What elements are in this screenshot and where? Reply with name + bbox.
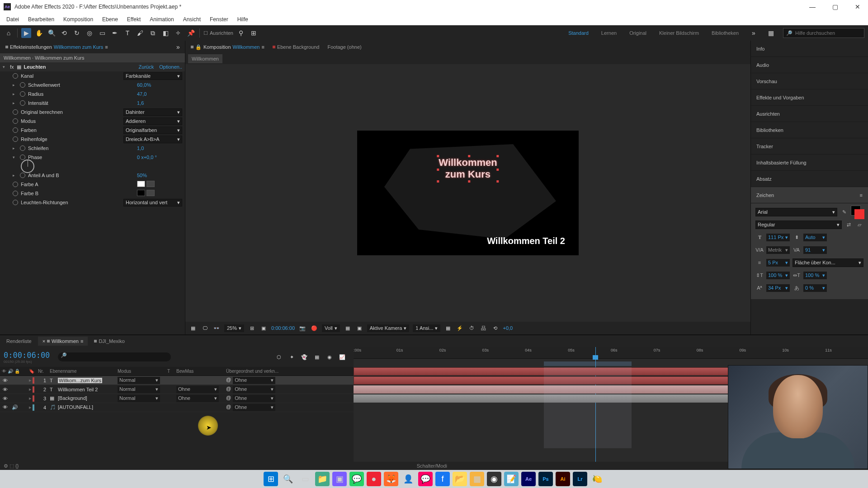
menu-animation[interactable]: Animation xyxy=(145,14,178,25)
alpha-icon[interactable]: ▦ xyxy=(189,324,197,332)
shy-icon[interactable]: 👻 xyxy=(300,353,308,361)
render-queue-tab[interactable]: Renderliste xyxy=(2,337,36,346)
taskbar-app-icon[interactable]: ▦ xyxy=(470,472,484,486)
pixel-aspect-icon[interactable]: ▦ xyxy=(444,324,452,332)
workspace-grid-icon[interactable]: ▦ xyxy=(766,28,776,38)
stopwatch-icon[interactable] xyxy=(13,200,18,205)
layer-row[interactable]: 👁▸1TWillkom...zum KursNormal▾@Ohne▾ xyxy=(0,376,354,385)
comp-mini-flowchart-icon[interactable]: ⬡ xyxy=(275,353,283,361)
frame-blend-icon[interactable]: ▦ xyxy=(313,353,321,361)
panel-ausrichten[interactable]: Ausrichten xyxy=(751,106,868,122)
twirl-icon[interactable]: ▸ xyxy=(29,377,32,384)
orbit-tool[interactable]: ⟲ xyxy=(59,28,69,38)
roto-tool[interactable]: ✧ xyxy=(173,28,183,38)
switches-modes-toggle[interactable]: Schalter/Modi xyxy=(417,463,447,469)
workspace-kleiner[interactable]: Kleiner Bildschirm xyxy=(656,30,702,36)
workspace-lernen[interactable]: Lernen xyxy=(599,30,619,36)
taskbar-ae-icon[interactable]: Ae xyxy=(521,472,536,486)
fx-toggle-icon[interactable]: fx xyxy=(10,64,14,70)
selection-tool[interactable]: ▶ xyxy=(21,28,31,38)
close-button[interactable]: ✕ xyxy=(851,0,864,14)
taskbar-ps-icon[interactable]: Ps xyxy=(538,472,553,486)
align-checkbox[interactable]: ☐Ausrichten xyxy=(203,30,233,36)
viewer-timecode[interactable]: 0:00:06:00 xyxy=(271,325,295,331)
prop-farben-dropdown[interactable]: Originalfarben▾ xyxy=(123,127,182,134)
leading-value[interactable]: Auto▾ xyxy=(803,234,827,241)
panel-tracker[interactable]: Tracker xyxy=(751,138,868,155)
layer-row[interactable]: 👁▸3▦[Background]Normal▾Ohne▾@Ohne▾ xyxy=(0,394,354,403)
fill-color[interactable] xyxy=(854,209,864,219)
help-search[interactable]: 🔎Hilfe durchsuchen xyxy=(783,28,864,38)
menu-komposition[interactable]: Komposition xyxy=(59,14,98,25)
parent-dropdown[interactable]: Ohne▾ xyxy=(233,395,275,402)
pickwhip-icon[interactable]: @ xyxy=(226,404,231,411)
stopwatch-icon[interactable] xyxy=(13,136,18,142)
eye-icon[interactable]: 👁 xyxy=(2,387,8,392)
font-size-value[interactable]: 111 Px▾ xyxy=(766,234,790,241)
text-layer-1[interactable]: Willkommenzum Kurs xyxy=(439,157,497,181)
stopwatch-icon[interactable] xyxy=(20,173,25,178)
panel-audio[interactable]: Audio xyxy=(751,57,868,73)
taskbar-app-icon[interactable]: ● xyxy=(367,472,381,486)
res-icon[interactable]: ⊞ xyxy=(248,324,256,332)
resolution-dropdown[interactable]: Voll▾ xyxy=(322,324,340,332)
stopwatch-icon[interactable] xyxy=(20,155,25,160)
twirl-icon[interactable]: ▸ xyxy=(29,395,32,402)
fill-over-dropdown[interactable]: Fläche über Kon...▾ xyxy=(793,258,863,267)
workspace-bibliotheken[interactable]: Bibliotheken xyxy=(709,30,741,36)
menu-fenster[interactable]: Fenster xyxy=(205,14,233,25)
fx-header[interactable]: ▾ fx ▦ Leuchten Zurück Optionen.. xyxy=(0,62,185,71)
panel-absatz[interactable]: Absatz xyxy=(751,171,868,187)
trackmatte-dropdown[interactable]: Ohne▾ xyxy=(176,395,219,402)
3d-icon[interactable]: ▣ xyxy=(355,324,363,332)
layer-name[interactable]: [AUTOUNFALL] xyxy=(58,404,93,410)
trackmatte-dropdown[interactable]: Ohne▾ xyxy=(176,386,219,393)
brush-tool[interactable]: 🖌 xyxy=(135,28,145,38)
taskbar-taskview-icon[interactable]: ▭ xyxy=(298,472,312,486)
motion-blur-icon[interactable]: ◉ xyxy=(326,353,334,361)
blend-mode-dropdown[interactable]: Normal▾ xyxy=(118,377,160,384)
work-area[interactable] xyxy=(544,361,631,366)
taskbar-ai-icon[interactable]: Ai xyxy=(556,472,570,486)
fx-tab[interactable]: Effekteinstellungen Willkommen zum Kurs … xyxy=(2,42,112,52)
parent-dropdown[interactable]: Ohne▾ xyxy=(233,386,275,393)
camera-dropdown[interactable]: Aktive Kamera▾ xyxy=(367,324,410,332)
layer-tab[interactable]: Ebene Background xyxy=(269,42,323,52)
zoom-dropdown[interactable]: 25%▾ xyxy=(224,324,244,332)
channel-icon[interactable]: 🔴 xyxy=(310,324,318,332)
speaker-icon[interactable]: 🔊 xyxy=(12,404,18,410)
exposure-value[interactable]: +0,0 xyxy=(503,325,513,331)
mask-icon[interactable]: 👓 xyxy=(212,324,221,332)
display-icon[interactable]: 🖵 xyxy=(201,324,209,332)
minimize-button[interactable]: — xyxy=(806,0,819,14)
timeline-timecode[interactable]: 0:00:06:00 xyxy=(4,351,50,360)
eye-icon[interactable]: 👁 xyxy=(2,404,8,410)
fx-options-link[interactable]: Optionen.. xyxy=(159,64,182,70)
menu-ebene[interactable]: Ebene xyxy=(98,14,123,25)
twirl-icon[interactable]: ▸ xyxy=(29,386,32,393)
prop-reihenfolge-dropdown[interactable]: Dreieck A>B>A▾ xyxy=(123,136,182,143)
prop-richtungen-dropdown[interactable]: Horizontal und vert▾ xyxy=(123,199,182,206)
layer-row[interactable]: 👁🔊▸4🎵[AUTOUNFALL]@Ohne▾ xyxy=(0,403,354,412)
panel-effekte[interactable]: Effekte und Vorgaben xyxy=(751,89,868,106)
footage-tab[interactable]: Footage (ohne) xyxy=(324,42,365,52)
tsume-value[interactable]: 0 %▾ xyxy=(803,284,827,292)
prop-radius-value[interactable]: 47,0 xyxy=(137,91,182,97)
vscale-value[interactable]: 100 %▾ xyxy=(766,272,790,279)
stopwatch-icon[interactable] xyxy=(20,91,25,97)
prop-intensitaet-value[interactable]: 1,6 xyxy=(137,100,182,106)
rect-tool[interactable]: ▭ xyxy=(97,28,107,38)
eye-icon[interactable]: 👁 xyxy=(2,396,8,401)
taskbar-obs-icon[interactable]: ◉ xyxy=(487,472,501,486)
timeline-tab-willkommen[interactable]: ×Willkommen≡ xyxy=(38,337,88,346)
taskbar-messenger-icon[interactable]: 💬 xyxy=(418,472,433,486)
transparency-icon[interactable]: ▦ xyxy=(344,324,352,332)
taskbar-facebook-icon[interactable]: f xyxy=(435,472,450,486)
eyedropper-icon[interactable]: ✎ xyxy=(840,208,848,216)
kerning-value[interactable]: Metrik▾ xyxy=(766,246,790,254)
phase-knob[interactable] xyxy=(21,160,34,173)
baseline-value[interactable]: 34 Px▾ xyxy=(766,284,790,292)
menu-datei[interactable]: Datei xyxy=(2,14,24,25)
parent-dropdown[interactable]: Ohne▾ xyxy=(233,377,275,384)
prop-anteil-value[interactable]: 50% xyxy=(137,173,182,178)
